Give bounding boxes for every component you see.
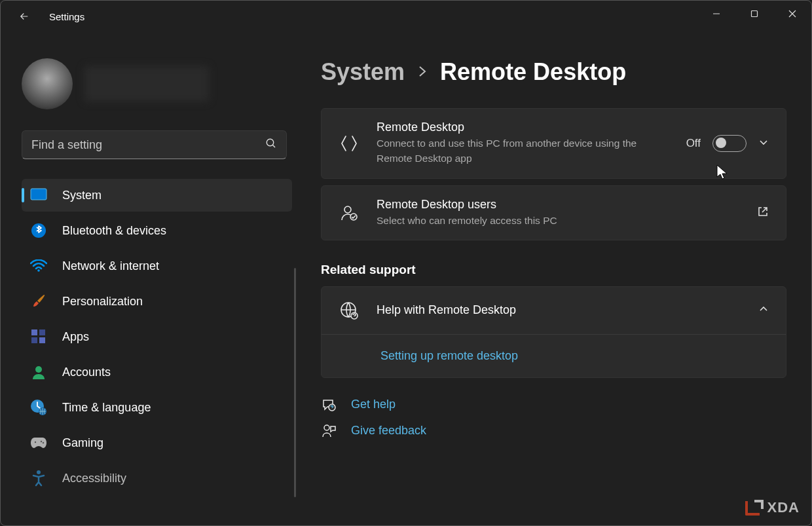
apps-icon xyxy=(29,328,48,346)
toggle-state-label: Off xyxy=(686,137,701,150)
paintbrush-icon xyxy=(29,292,48,310)
svg-point-14 xyxy=(35,441,36,443)
titlebar: Settings xyxy=(1,1,811,32)
account-block[interactable] xyxy=(22,58,292,109)
sidebar-item-time-language[interactable]: Time & language xyxy=(22,391,292,424)
card-title: Remote Desktop users xyxy=(377,198,757,212)
arrow-left-icon xyxy=(18,10,30,22)
chevron-right-icon xyxy=(418,63,427,81)
search-icon xyxy=(265,138,277,152)
give-feedback-link[interactable]: Give feedback xyxy=(321,424,786,438)
svg-point-2 xyxy=(267,139,274,146)
footer-links: Get help Give feedback xyxy=(321,398,786,438)
help-expander-body: Setting up remote desktop xyxy=(322,334,786,377)
footer-link-label: Give feedback xyxy=(351,424,426,438)
svg-point-15 xyxy=(41,441,42,442)
card-description: Select who can remotely access this PC xyxy=(377,213,652,228)
sidebar: System Bluetooth & devices Network & int… xyxy=(1,32,299,525)
nav-label: System xyxy=(62,189,101,202)
card-title: Remote Desktop xyxy=(377,121,686,134)
system-icon xyxy=(29,186,48,204)
maximize-button[interactable] xyxy=(735,1,773,27)
window-controls xyxy=(697,1,811,27)
svg-rect-3 xyxy=(31,189,46,200)
svg-rect-9 xyxy=(31,337,37,343)
feedback-icon xyxy=(321,424,337,438)
clock-globe-icon xyxy=(29,398,48,417)
minimize-button[interactable] xyxy=(697,1,735,27)
svg-point-16 xyxy=(43,442,44,443)
breadcrumb: System Remote Desktop xyxy=(321,58,786,86)
expander-title: Help with Remote Desktop xyxy=(377,303,758,317)
external-link-icon xyxy=(757,206,769,220)
person-icon xyxy=(29,363,48,381)
nav-label: Apps xyxy=(62,330,89,344)
sidebar-item-personalization[interactable]: Personalization xyxy=(22,285,292,318)
sidebar-item-network[interactable]: Network & internet xyxy=(22,250,292,282)
nav-label: Time & language xyxy=(62,401,151,415)
maximize-icon xyxy=(750,10,758,18)
svg-rect-1 xyxy=(752,11,758,17)
main-content: System Remote Desktop Remote Desktop Con… xyxy=(299,32,811,525)
app-title: Settings xyxy=(49,11,84,22)
related-support-heading: Related support xyxy=(321,263,786,277)
breadcrumb-parent[interactable]: System xyxy=(321,58,405,86)
setup-remote-desktop-link[interactable]: Setting up remote desktop xyxy=(380,349,518,362)
gamepad-icon xyxy=(29,434,48,452)
nav-list: System Bluetooth & devices Network & int… xyxy=(22,179,292,495)
nav-label: Bluetooth & devices xyxy=(62,224,166,238)
breadcrumb-current: Remote Desktop xyxy=(440,58,626,86)
toggle-knob xyxy=(716,138,726,148)
sidebar-scrollbar[interactable] xyxy=(294,268,296,497)
watermark-text: XDA xyxy=(767,499,800,516)
svg-point-23 xyxy=(324,425,329,430)
nav-label: Accessibility xyxy=(62,472,126,485)
help-expander: Help with Remote Desktop Setting up remo… xyxy=(321,286,786,378)
svg-point-6 xyxy=(37,269,40,272)
sidebar-item-apps[interactable]: Apps xyxy=(22,320,292,353)
card-description: Connect to and use this PC from another … xyxy=(377,136,652,166)
nav-label: Network & internet xyxy=(62,259,159,273)
wifi-icon xyxy=(29,257,48,275)
close-icon xyxy=(788,10,796,18)
sidebar-item-gaming[interactable]: Gaming xyxy=(22,426,292,459)
get-help-link[interactable]: Get help xyxy=(321,398,786,412)
remote-desktop-users-card[interactable]: Remote Desktop users Select who can remo… xyxy=(321,185,786,240)
minimize-icon xyxy=(712,10,720,18)
back-button[interactable] xyxy=(12,10,36,22)
search-box[interactable] xyxy=(22,130,287,159)
help-expander-header[interactable]: Help with Remote Desktop xyxy=(322,287,786,334)
chevron-up-icon xyxy=(758,304,769,317)
nav-label: Accounts xyxy=(62,366,111,379)
sidebar-item-system[interactable]: System xyxy=(22,179,292,212)
accessibility-icon xyxy=(29,469,48,487)
remote-desktop-toggle[interactable] xyxy=(712,135,747,152)
sidebar-item-accessibility[interactable]: Accessibility xyxy=(22,462,292,495)
search-input[interactable] xyxy=(31,138,265,152)
svg-point-11 xyxy=(35,366,42,373)
sidebar-item-accounts[interactable]: Accounts xyxy=(22,356,292,388)
sidebar-item-bluetooth[interactable]: Bluetooth & devices xyxy=(22,214,292,247)
svg-rect-10 xyxy=(39,337,45,343)
nav-label: Personalization xyxy=(62,295,143,309)
users-icon xyxy=(339,204,360,222)
footer-link-label: Get help xyxy=(351,398,396,411)
globe-help-icon xyxy=(339,301,360,320)
xda-watermark: XDA xyxy=(745,499,800,516)
svg-point-18 xyxy=(344,206,351,213)
svg-point-17 xyxy=(37,470,41,474)
nav-label: Gaming xyxy=(62,436,103,450)
bluetooth-icon xyxy=(29,221,48,240)
svg-rect-8 xyxy=(39,329,45,335)
remote-screen-icon xyxy=(339,134,360,153)
close-button[interactable] xyxy=(773,1,811,27)
account-name-redacted xyxy=(84,66,209,102)
remote-desktop-card[interactable]: Remote Desktop Connect to and use this P… xyxy=(321,108,786,179)
chat-help-icon xyxy=(321,398,337,412)
chevron-down-icon[interactable] xyxy=(758,137,769,150)
avatar xyxy=(22,58,73,109)
svg-rect-7 xyxy=(31,329,37,335)
